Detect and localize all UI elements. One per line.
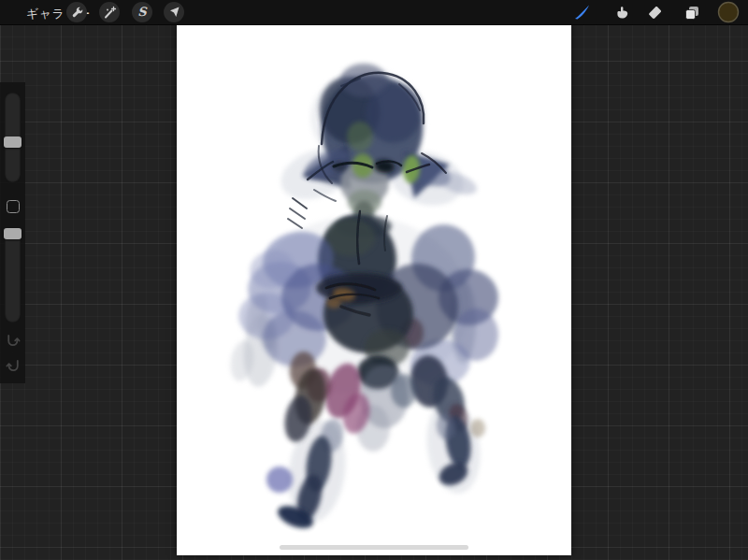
drawing-canvas[interactable] bbox=[177, 24, 571, 555]
opacity-handle[interactable] bbox=[4, 228, 22, 239]
brush-size-slider[interactable] bbox=[5, 93, 21, 182]
eraser-icon bbox=[647, 5, 663, 21]
color-button[interactable] bbox=[716, 0, 741, 24]
redo-button[interactable] bbox=[5, 356, 22, 373]
opacity-slider[interactable] bbox=[5, 228, 21, 323]
erase-tool-button[interactable] bbox=[642, 0, 667, 24]
brush-size-handle[interactable] bbox=[4, 136, 22, 148]
layers-icon bbox=[683, 5, 700, 21]
home-indicator[interactable] bbox=[280, 545, 468, 550]
color-swatch bbox=[717, 1, 740, 23]
smudge-icon bbox=[614, 5, 630, 21]
selection-s-icon: S bbox=[137, 6, 146, 18]
undo-icon bbox=[6, 333, 21, 347]
selection-button[interactable]: S bbox=[132, 2, 152, 22]
brush-sidebar bbox=[0, 82, 25, 383]
wrench-icon bbox=[70, 6, 84, 20]
modify-button[interactable] bbox=[7, 200, 20, 213]
actions-button[interactable] bbox=[66, 2, 87, 22]
transform-button[interactable] bbox=[164, 2, 184, 22]
redo-icon bbox=[6, 358, 21, 372]
magic-wand-icon bbox=[103, 6, 117, 20]
adjustments-button[interactable] bbox=[99, 2, 120, 22]
layers-button[interactable] bbox=[680, 0, 704, 24]
smudge-tool-button[interactable] bbox=[610, 0, 634, 24]
brush-icon bbox=[573, 4, 592, 21]
paint-tool-button[interactable] bbox=[570, 0, 595, 24]
top-toolbar: ギャラリー S bbox=[0, 0, 748, 25]
artwork-painting bbox=[177, 24, 571, 555]
undo-button[interactable] bbox=[5, 331, 22, 348]
transform-arrow-icon bbox=[167, 6, 180, 19]
procreate-screen: ギャラリー S bbox=[0, 0, 748, 560]
